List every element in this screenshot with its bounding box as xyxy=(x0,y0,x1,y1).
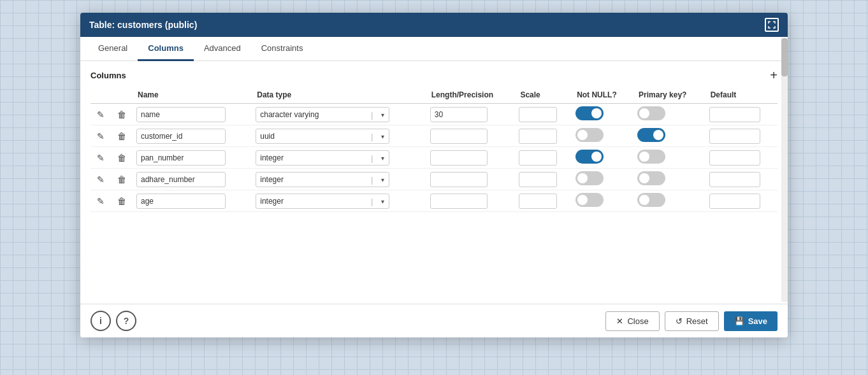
length-input[interactable] xyxy=(430,107,488,122)
not-null-toggle[interactable] xyxy=(575,128,604,142)
col-header-name: Name xyxy=(133,87,252,104)
table-row: ✎🗑character varyingintegeruuidtextboolea… xyxy=(90,190,778,212)
delete-button[interactable]: 🗑 xyxy=(115,152,129,164)
edit-button[interactable]: ✎ xyxy=(94,108,107,121)
datatype-select[interactable]: character varyingintegeruuidtextbooleand… xyxy=(256,172,389,187)
primary-key-toggle[interactable] xyxy=(637,128,665,142)
close-button[interactable]: ✕ Close xyxy=(605,311,659,331)
length-input[interactable] xyxy=(430,194,488,209)
delete-cell: 🗑 xyxy=(111,147,133,169)
tabs-container: General Columns Advanced Constraints xyxy=(80,37,788,61)
datatype-select[interactable]: character varyingintegeruuidtextbooleand… xyxy=(256,194,389,209)
info-button[interactable]: i xyxy=(90,311,111,331)
not-null-toggle[interactable] xyxy=(575,193,604,207)
delete-button[interactable]: 🗑 xyxy=(115,108,129,121)
scale-input[interactable] xyxy=(519,194,557,209)
not-null-toggle[interactable] xyxy=(575,106,604,120)
scale-input[interactable] xyxy=(519,129,557,144)
name-cell xyxy=(133,104,252,125)
not-null-toggle[interactable] xyxy=(575,171,604,185)
dialog-header: Table: customers (public) xyxy=(80,13,788,37)
reset-button[interactable]: ↺ Reset xyxy=(665,311,719,331)
columns-section-header: Columns + xyxy=(90,69,778,81)
edit-cell: ✎ xyxy=(90,169,111,190)
primary-key-slider xyxy=(637,171,665,185)
length-input[interactable] xyxy=(430,150,488,166)
reset-button-label: Reset xyxy=(686,316,708,326)
tab-general[interactable]: General xyxy=(88,37,138,61)
primary-key-toggle[interactable] xyxy=(637,193,665,207)
expand-button[interactable] xyxy=(765,18,779,32)
not-null-cell xyxy=(572,190,633,212)
edit-button[interactable]: ✎ xyxy=(94,173,107,186)
edit-cell: ✎ xyxy=(90,190,111,212)
datatype-cell: character varyingintegeruuidtextbooleand… xyxy=(252,125,426,147)
col-header-primarykey: Primary key? xyxy=(633,87,705,104)
not-null-toggle[interactable] xyxy=(575,150,604,164)
name-cell xyxy=(133,190,252,212)
add-column-button[interactable]: + xyxy=(770,69,778,81)
name-input[interactable] xyxy=(136,150,226,166)
edit-button[interactable]: ✎ xyxy=(94,130,107,143)
save-button[interactable]: 💾 Save xyxy=(724,311,778,331)
datatype-select[interactable]: character varyingintegeruuidtextbooleand… xyxy=(256,150,389,166)
help-button[interactable]: ? xyxy=(116,311,136,331)
name-cell xyxy=(133,147,252,169)
name-input[interactable] xyxy=(136,194,226,209)
save-icon: 💾 xyxy=(734,316,744,326)
primary-key-cell xyxy=(633,147,705,169)
table-row: ✎🗑character varyingintegeruuidtextboolea… xyxy=(90,104,778,125)
content-area: Columns + Name Data type Length/Precisio… xyxy=(80,61,788,304)
delete-cell: 🗑 xyxy=(111,190,133,212)
datatype-cell: character varyingintegeruuidtextbooleand… xyxy=(252,147,426,169)
tab-advanced[interactable]: Advanced xyxy=(194,37,251,61)
tab-columns[interactable]: Columns xyxy=(138,37,194,61)
table-row: ✎🗑character varyingintegeruuidtextboolea… xyxy=(90,147,778,169)
default-cell xyxy=(705,147,778,169)
scale-cell xyxy=(515,169,572,190)
delete-button[interactable]: 🗑 xyxy=(115,173,129,186)
length-input[interactable] xyxy=(430,172,488,187)
length-input[interactable] xyxy=(430,129,488,144)
primary-key-toggle[interactable] xyxy=(637,150,665,164)
name-input[interactable] xyxy=(136,129,226,144)
scrollbar-thumb[interactable] xyxy=(781,38,788,76)
not-null-cell xyxy=(572,125,633,147)
delete-cell: 🗑 xyxy=(111,125,133,147)
length-cell xyxy=(426,190,516,212)
default-input[interactable] xyxy=(709,129,760,144)
name-input[interactable] xyxy=(136,172,226,187)
primary-key-toggle[interactable] xyxy=(637,106,665,120)
scale-input[interactable] xyxy=(519,172,557,187)
dialog-footer: i ? ✕ Close ↺ Reset 💾 Save xyxy=(80,304,788,337)
not-null-slider xyxy=(575,171,604,185)
default-input[interactable] xyxy=(709,194,760,209)
col-header-notnull: Not NULL? xyxy=(572,87,633,104)
edit-button[interactable]: ✎ xyxy=(94,195,107,208)
footer-left: i ? xyxy=(90,311,136,331)
datatype-select[interactable]: character varyingintegeruuidtextbooleand… xyxy=(256,107,389,122)
name-input[interactable] xyxy=(136,107,226,122)
scale-input[interactable] xyxy=(519,107,557,122)
datatype-select[interactable]: character varyingintegeruuidtextbooleand… xyxy=(256,129,389,144)
columns-section-title: Columns xyxy=(90,71,126,80)
primary-key-slider xyxy=(637,150,665,164)
reset-icon: ↺ xyxy=(676,316,683,326)
not-null-cell xyxy=(572,104,633,125)
delete-button[interactable]: 🗑 xyxy=(115,130,129,143)
edit-button[interactable]: ✎ xyxy=(94,152,107,164)
datatype-cell: character varyingintegeruuidtextbooleand… xyxy=(252,190,426,212)
scale-input[interactable] xyxy=(519,150,557,166)
edit-cell: ✎ xyxy=(90,125,111,147)
tab-constraints[interactable]: Constraints xyxy=(251,37,314,61)
edit-cell: ✎ xyxy=(90,104,111,125)
delete-button[interactable]: 🗑 xyxy=(115,195,129,208)
primary-key-toggle[interactable] xyxy=(637,171,665,185)
scale-cell xyxy=(515,190,572,212)
default-input[interactable] xyxy=(709,107,760,122)
default-input[interactable] xyxy=(709,172,760,187)
default-input[interactable] xyxy=(709,150,760,166)
primary-key-slider xyxy=(637,193,665,207)
scrollbar[interactable] xyxy=(781,38,788,302)
primary-key-slider xyxy=(637,106,665,120)
